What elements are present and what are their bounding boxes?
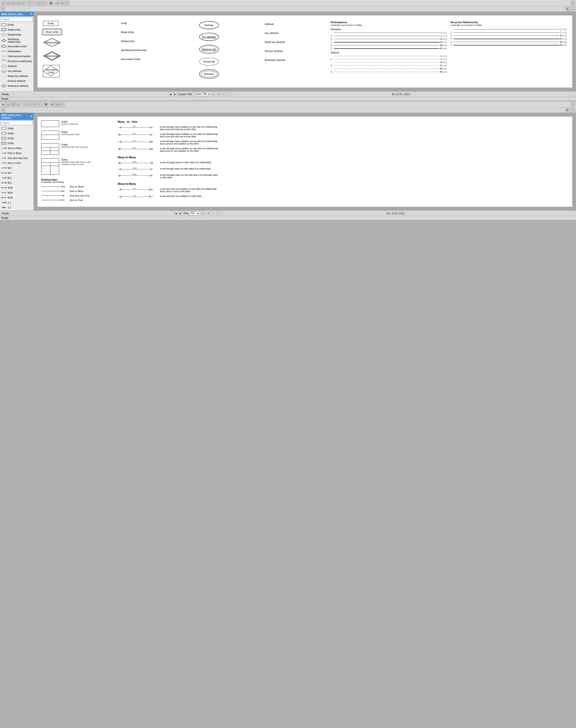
zoom-down-bottom[interactable]: ▼: [206, 212, 210, 215]
toolbar-circle-btn[interactable]: ◯: [16, 1, 20, 5]
sidebar-item-assoc-entity[interactable]: Associative entity: [0, 44, 33, 49]
sidebar-item-derived-attribute[interactable]: Derived attribute: [0, 79, 33, 83]
sb-mm-2[interactable]: M:M: [0, 190, 33, 195]
cf-entity-shape-2[interactable]: [41, 131, 59, 140]
search-input-top[interactable]: [1, 17, 33, 21]
toolbar-rect-btn[interactable]: ▭: [6, 1, 10, 5]
sidebar-item-multivalue-attribute[interactable]: Multivalue attribute: [0, 83, 33, 88]
tb-img[interactable]: 🖼: [44, 102, 48, 107]
associative-entity-shape[interactable]: AssociativeEntity: [43, 65, 117, 77]
tb2-search2[interactable]: 🔍: [571, 108, 575, 113]
zoom-up-top[interactable]: ▲: [212, 92, 216, 96]
nav-next-btn-bottom[interactable]: ▶: [179, 212, 182, 215]
sidebar-item-recursive-relationship[interactable]: Recursive relationship: [0, 59, 33, 64]
tb-zoom-in[interactable]: ⊕: [50, 102, 55, 107]
nav-prev-btn-top[interactable]: ◀: [169, 92, 172, 96]
tb-curve[interactable]: ↗: [32, 102, 37, 107]
toolbar2-grid-btn[interactable]: ⊞: [565, 7, 570, 11]
zoom-up-bottom[interactable]: ▲: [201, 212, 205, 215]
tb-diamond[interactable]: ◇: [16, 102, 20, 107]
tb-pointer[interactable]: ▲: [1, 102, 5, 107]
identifying-relationship-shape[interactable]: Relationship: [43, 51, 117, 61]
tb2-grid[interactable]: ⊞: [565, 108, 570, 113]
sb-m1-4[interactable]: M:1: [0, 180, 33, 185]
toolbar2-menu-btn[interactable]: ≡: [1, 7, 5, 11]
weak-entity-shape[interactable]: Weak Entity: [43, 29, 61, 34]
sb-entity-2[interactable]: Entity: [0, 131, 33, 136]
canvas-bottom[interactable]: Entity (with no attributes) Entity: [34, 113, 576, 210]
view-btn5[interactable]: ▪: [215, 212, 218, 215]
tb-zoom-out[interactable]: ⊖: [55, 102, 60, 107]
sb-11-1[interactable]: 1:1: [0, 200, 33, 205]
multivalue-shape[interactable]: Multivalue: [199, 69, 261, 79]
toolbar-pointer-btn[interactable]: ▲: [1, 1, 5, 5]
tb-zoom-fit[interactable]: ⤢: [60, 102, 64, 107]
view-btn3[interactable]: ▪: [230, 93, 233, 96]
sb-m1-3[interactable]: M:1: [0, 175, 33, 180]
sb-zero-or-more[interactable]: Zero or More: [0, 146, 33, 151]
view-btn4[interactable]: ▪: [211, 212, 214, 215]
sidebar-item-key-attribute[interactable]: Key attribute: [0, 68, 33, 73]
zoom-select-bottom[interactable]: 75% 100%: [189, 212, 200, 215]
sb-m1-1[interactable]: M:1: [0, 165, 33, 171]
toolbar-img-btn[interactable]: 🖼: [49, 1, 53, 5]
entity-shape[interactable]: Entity: [43, 21, 59, 26]
tb-arrow[interactable]: →: [27, 102, 32, 107]
weak-key-shape[interactable]: Weak key attr: [199, 44, 261, 55]
key-attribute-shape[interactable]: Key attribute: [199, 33, 261, 41]
sidebar-close-top[interactable]: ✕: [30, 12, 32, 16]
cf-entity-shape-4[interactable]: [41, 158, 59, 175]
toolbar-arrow-btn[interactable]: →: [32, 1, 37, 5]
sb-one-or-more[interactable]: One or More: [0, 151, 33, 156]
expand-btn-bottom[interactable]: ⤢: [570, 212, 574, 215]
canvas-top[interactable]: Entity Weak Entity: [34, 12, 576, 91]
sidebar-close-bottom[interactable]: ✕: [30, 115, 32, 118]
toolbar-curve-btn[interactable]: ↗: [37, 1, 41, 5]
view-btn6[interactable]: ▪: [219, 212, 222, 215]
sidebar-item-entity[interactable]: Entity: [0, 22, 33, 27]
tb-text[interactable]: T: [37, 102, 41, 107]
sidebar-item-participation[interactable]: Participation: [0, 49, 33, 54]
toolbar2-search-btn2[interactable]: 🔍: [571, 7, 575, 11]
toolbar-zoom-out-btn[interactable]: ⊖: [60, 1, 64, 5]
attribute-shape[interactable]: Attribute: [199, 21, 261, 30]
tb2-menu[interactable]: ≡: [1, 108, 5, 113]
tb-circle[interactable]: ◯: [11, 102, 15, 107]
sb-entity-4[interactable]: Entity: [0, 141, 33, 146]
zoom-down-top[interactable]: ▼: [217, 92, 222, 96]
tb-line[interactable]: /: [22, 102, 27, 107]
sidebar-item-weak-entity[interactable]: Weak entity: [0, 27, 33, 32]
sidebar-item-id-relationship[interactable]: Identifying relationship: [0, 37, 33, 44]
sidebar-item-weak-key-attribute[interactable]: Weak key attribute: [0, 73, 33, 79]
expand-btn-top[interactable]: ⤢: [570, 93, 574, 96]
toolbar-zoom-search-btn[interactable]: 🔍: [571, 1, 575, 5]
toolbar-line-btn[interactable]: /: [27, 1, 32, 5]
sb-one-only[interactable]: One and only One: [0, 156, 33, 160]
sb-mm-1[interactable]: M:M: [0, 185, 33, 190]
toolbar-diamond-btn[interactable]: ◇: [21, 1, 25, 5]
sb-entity-3[interactable]: Entity: [0, 136, 33, 141]
sb-entity-1[interactable]: Entity: [0, 126, 33, 131]
toolbar-zoom-fit-btn[interactable]: ⤢: [65, 1, 69, 5]
toolbar-zoom-in-btn[interactable]: ⊕: [55, 1, 60, 5]
tb-search[interactable]: 🔍: [571, 102, 575, 107]
sb-m1-2[interactable]: M:1: [0, 171, 33, 175]
zoom-select-top[interactable]: Custom 79% 75% 100%: [193, 92, 211, 96]
relationship-shape[interactable]: Relationship: [43, 38, 117, 48]
search-input-bottom[interactable]: [1, 121, 33, 125]
tb-rect[interactable]: ▭: [6, 102, 10, 107]
derived-shape[interactable]: Derived attr: [199, 57, 261, 66]
sb-mm-3[interactable]: M:M: [0, 195, 33, 200]
sb-zero-or-one[interactable]: Zero or One: [0, 160, 33, 165]
nav-next-btn-top[interactable]: ▶: [173, 92, 177, 96]
cf-entity-shape-1[interactable]: [41, 120, 59, 127]
nav-prev-btn-bottom[interactable]: ◀: [174, 212, 178, 215]
sb-11-2[interactable]: 1:1: [0, 205, 33, 210]
toolbar-text-btn[interactable]: T: [42, 1, 47, 5]
cf-entity-shape-3[interactable]: [41, 143, 59, 155]
sidebar-item-relationship[interactable]: Relationship: [0, 32, 33, 37]
sidebar-item-optional-participation[interactable]: Optional participation: [0, 54, 33, 59]
toolbar-rounded-btn[interactable]: ▢: [11, 1, 15, 5]
view-btn1[interactable]: ▪: [222, 93, 226, 96]
view-btn2[interactable]: ▪: [226, 93, 229, 96]
